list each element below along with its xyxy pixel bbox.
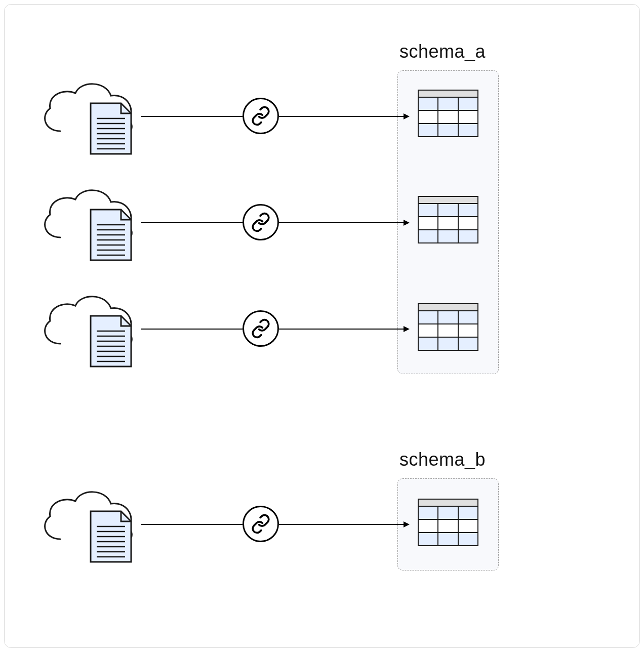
arrow-1b <box>279 116 404 117</box>
svg-rect-55 <box>418 499 478 506</box>
table-icon-4 <box>418 499 478 544</box>
arrow-head-2 <box>404 220 410 226</box>
svg-rect-25 <box>418 203 478 217</box>
arrow-2b <box>279 222 404 223</box>
schema-a-label: schema_a <box>399 41 486 62</box>
link-icon-1 <box>243 98 279 134</box>
table-icon-2 <box>418 196 478 241</box>
arrow-3a <box>141 329 243 330</box>
cloud-source-3 <box>35 288 141 369</box>
arrow-4b <box>279 524 404 525</box>
arrow-3b <box>279 329 404 330</box>
arrow-head-1 <box>404 113 410 119</box>
svg-rect-23 <box>418 196 478 203</box>
cloud-source-1 <box>35 75 141 156</box>
arrow-head-3 <box>404 326 410 332</box>
cloud-source-2 <box>35 182 141 263</box>
link-icon-3 <box>243 310 279 347</box>
svg-rect-41 <box>418 311 478 324</box>
svg-rect-57 <box>418 506 478 519</box>
svg-rect-9 <box>418 97 478 110</box>
link-icon-4 <box>243 506 279 542</box>
arrow-1a <box>141 116 243 117</box>
svg-rect-42 <box>418 337 478 350</box>
table-icon-3 <box>418 303 478 349</box>
svg-rect-10 <box>418 124 478 137</box>
svg-rect-58 <box>418 533 478 546</box>
arrow-head-4 <box>404 521 410 527</box>
svg-rect-39 <box>418 304 478 311</box>
svg-rect-7 <box>418 90 478 97</box>
arrow-2a <box>141 222 243 223</box>
svg-rect-26 <box>418 230 478 243</box>
link-icon-2 <box>243 204 279 240</box>
diagram-frame: schema_a schema_b <box>4 4 640 648</box>
cloud-source-4 <box>35 483 141 564</box>
schema-b-label: schema_b <box>399 449 486 470</box>
table-icon-1 <box>418 90 478 135</box>
arrow-4a <box>141 524 243 525</box>
